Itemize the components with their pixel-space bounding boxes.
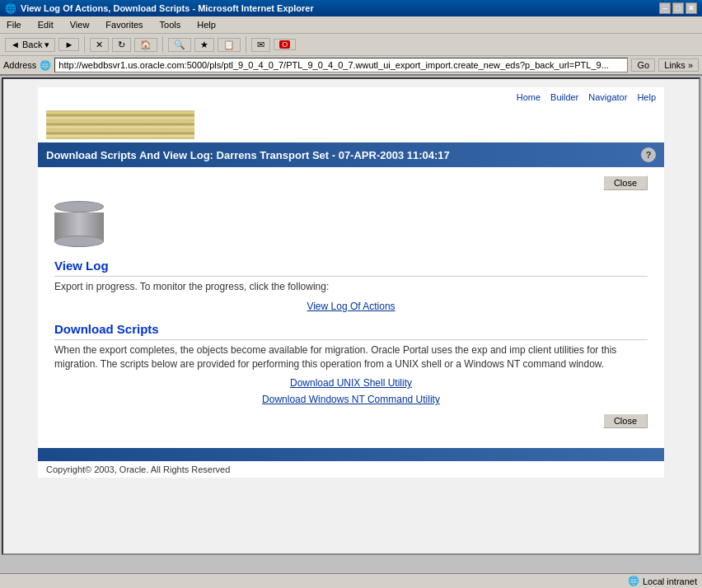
menu-favorites[interactable]: Favorites	[102, 18, 146, 31]
oracle-button[interactable]: O	[274, 39, 296, 50]
favorites-button[interactable]: ★	[194, 38, 214, 52]
window-title: View Log Of Actions, Download Scripts - …	[21, 3, 314, 13]
close-window-button[interactable]: ✕	[686, 2, 697, 14]
menu-bar: File Edit View Favorites Tools Help	[0, 16, 702, 34]
close-button-bottom[interactable]: Close	[603, 413, 648, 428]
footer-copyright: Copyright© 2003, Oracle. All Rights Rese…	[38, 461, 664, 478]
address-icon: 🌐	[40, 60, 51, 71]
page-header: Download Scripts And View Log: Darrens T…	[38, 142, 664, 167]
links-button[interactable]: Links »	[658, 58, 699, 72]
unix-link-row: Download UNIX Shell Utility	[54, 377, 648, 389]
menu-tools[interactable]: Tools	[157, 18, 185, 31]
view-log-title: View Log	[54, 259, 648, 277]
maximize-button[interactable]: □	[672, 2, 684, 14]
search-button[interactable]: 🔍	[168, 38, 191, 52]
view-log-description: Export in progress. To monitor the progr…	[54, 280, 648, 294]
windows-link-row: Download Windows NT Command Utility	[54, 394, 648, 405]
close-button-top[interactable]: Close	[603, 175, 648, 190]
view-log-section: View Log Export in progress. To monitor …	[54, 259, 648, 312]
menu-help[interactable]: Help	[194, 18, 219, 31]
page-body: Close View Log Export in progress. To mo…	[38, 167, 664, 445]
forward-button[interactable]: ►	[58, 38, 79, 51]
mail-button[interactable]: ✉	[251, 38, 270, 52]
go-button[interactable]: Go	[631, 58, 655, 72]
nav-navigator[interactable]: Navigator	[588, 92, 627, 102]
stop-button[interactable]: ✕	[90, 38, 109, 52]
content-area: Home Builder Navigator Help Download Scr…	[2, 77, 700, 555]
help-icon-button[interactable]: ?	[641, 147, 656, 162]
refresh-button[interactable]: ↻	[112, 38, 131, 52]
toolbar: ◄ Back ▾ ► ✕ ↻ 🏠 🔍 ★ 📋 ✉ O	[0, 34, 702, 56]
view-log-actions-link[interactable]: View Log Of Actions	[307, 301, 395, 312]
download-scripts-section: Download Scripts When the export complet…	[54, 322, 648, 406]
menu-edit[interactable]: Edit	[35, 18, 57, 31]
nav-home[interactable]: Home	[517, 92, 541, 102]
menu-view[interactable]: View	[67, 18, 93, 31]
icon-area	[54, 197, 648, 259]
menu-file[interactable]: File	[3, 18, 25, 31]
top-nav: Home Builder Navigator Help	[38, 87, 664, 107]
address-input[interactable]	[54, 58, 628, 72]
home-button[interactable]: 🏠	[134, 38, 157, 52]
oracle-logo	[46, 110, 194, 139]
close-btn-row-bottom: Close	[54, 413, 648, 428]
nav-help[interactable]: Help	[637, 92, 656, 102]
window-icon: 🌐	[5, 3, 16, 14]
back-button[interactable]: ◄ Back ▾	[5, 38, 55, 52]
download-unix-link[interactable]: Download UNIX Shell Utility	[290, 377, 412, 389]
download-scripts-description: When the export completes, the objects b…	[54, 343, 648, 371]
nav-builder[interactable]: Builder	[550, 92, 578, 102]
address-bar: Address 🌐 Go Links »	[0, 56, 702, 76]
history-button[interactable]: 📋	[218, 38, 241, 52]
title-bar: 🌐 View Log Of Actions, Download Scripts …	[0, 0, 702, 16]
minimize-button[interactable]: ─	[659, 2, 671, 14]
footer-bar	[38, 448, 664, 461]
page-title: Download Scripts And View Log: Darrens T…	[46, 149, 450, 161]
view-log-link-row: View Log Of Actions	[54, 301, 648, 312]
download-scripts-title: Download Scripts	[54, 322, 648, 340]
logo-area	[38, 107, 664, 142]
oracle-page: Home Builder Navigator Help Download Scr…	[38, 87, 664, 478]
address-label: Address	[3, 60, 36, 70]
database-icon	[54, 201, 120, 250]
close-btn-row-top: Close	[54, 175, 648, 190]
download-windows-link[interactable]: Download Windows NT Command Utility	[262, 394, 440, 405]
